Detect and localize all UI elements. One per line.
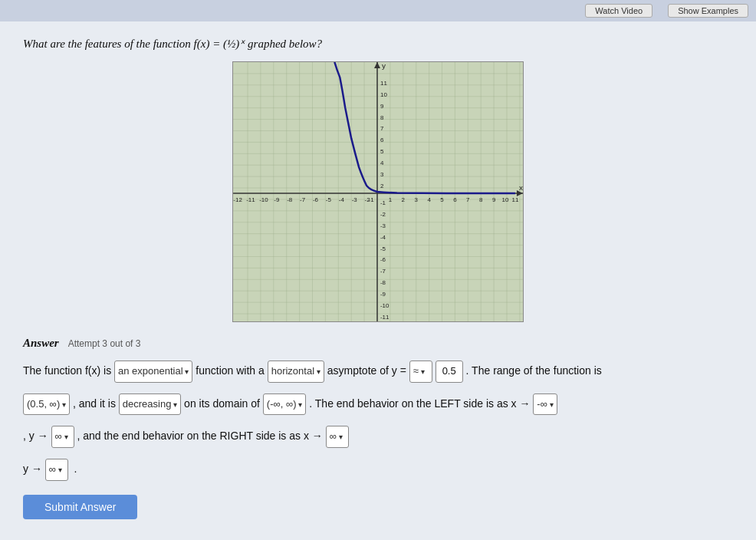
svg-text:3: 3	[380, 171, 384, 178]
svg-text:4: 4	[380, 160, 384, 166]
line1-after: . The range of the function is	[466, 364, 602, 377]
comma1: , y →	[23, 430, 48, 442]
question-text: What are the features of the function f(…	[23, 37, 733, 51]
svg-text:-8: -8	[380, 279, 386, 286]
question-before: What are the features of the function	[23, 38, 191, 50]
svg-text:8: 8	[380, 114, 384, 121]
svg-text:2: 2	[402, 196, 406, 203]
svg-text:6: 6	[453, 196, 457, 203]
main-content: What are the features of the function f(…	[0, 21, 756, 540]
attempt-label: Attempt 3 out of 3	[68, 338, 141, 349]
answer-section: Answer Attempt 3 out of 3 The function f…	[23, 336, 733, 519]
svg-text:5: 5	[440, 196, 444, 203]
top-bar: Watch Video Show Examples	[0, 0, 756, 21]
dropdown-left-x[interactable]: -∞	[533, 393, 557, 416]
show-examples-button[interactable]: Show Examples	[668, 4, 748, 18]
svg-text:1: 1	[389, 196, 393, 203]
svg-text:3: 3	[414, 196, 418, 203]
svg-text:-11: -11	[246, 196, 255, 203]
svg-text:7: 7	[466, 196, 470, 203]
answer-row-3: , y → ∞ , and the end behavior on the RI…	[23, 426, 733, 448]
dropdown-range[interactable]: (0.5, ∞)	[23, 393, 70, 416]
line1-mid: function with a	[196, 364, 265, 377]
svg-text:11: 11	[512, 196, 519, 203]
dropdown-y-approx[interactable]: ≈	[409, 361, 432, 383]
dropdown-right-y[interactable]: ∞	[45, 459, 68, 481]
svg-text:-4: -4	[380, 234, 386, 241]
svg-text:11: 11	[380, 80, 387, 87]
question-after: graphed below?	[248, 38, 322, 50]
svg-text:-1: -1	[369, 196, 375, 203]
answer-row-4: y → ∞ .	[23, 459, 733, 481]
svg-text:4: 4	[427, 196, 431, 203]
svg-text:10: 10	[380, 91, 387, 98]
submit-button[interactable]: Submit Answer	[23, 495, 137, 519]
answer-label: Answer	[23, 337, 59, 349]
svg-text:-9: -9	[380, 291, 386, 298]
svg-text:-5: -5	[326, 196, 332, 203]
svg-text:2: 2	[380, 183, 384, 189]
dropdown-function-type[interactable]: an exponential	[114, 361, 192, 383]
answer-row-2: (0.5, ∞) , and it is decreasing on its d…	[23, 393, 733, 416]
line2-end: . The end behavior on the LEFT side is a…	[309, 397, 530, 410]
svg-text:-3: -3	[380, 222, 386, 229]
svg-text:-10: -10	[380, 302, 390, 309]
line4-start: y →	[23, 463, 42, 475]
svg-text:-6: -6	[313, 196, 319, 203]
svg-text:5: 5	[380, 148, 384, 155]
line2-mid: , and it is	[73, 397, 116, 410]
line1-before: The function f(x) is	[23, 364, 111, 377]
dropdown-domain[interactable]: (-∞, ∞)	[263, 393, 307, 416]
line3: , and the end behavior on the RIGHT side…	[77, 430, 322, 442]
dropdown-behavior[interactable]: decreasing	[119, 393, 181, 416]
svg-text:-8: -8	[287, 196, 293, 203]
svg-text:-4: -4	[339, 196, 345, 203]
svg-text:6: 6	[380, 137, 384, 143]
svg-text:-11: -11	[380, 314, 390, 321]
submit-section: Submit Answer	[23, 481, 733, 519]
answer-row-1: The function f(x) is an exponential func…	[23, 361, 733, 383]
question-func: f(x) = (½)ˣ	[194, 38, 245, 50]
svg-text:-7: -7	[300, 196, 306, 203]
graph-svg: 11 10 9 8 7 6 5 4 3 2 -1 -2 -3 -4 -5 -6	[233, 62, 523, 321]
svg-text:-5: -5	[380, 245, 386, 252]
dropdown-left-y[interactable]: ∞	[51, 426, 74, 448]
svg-text:x: x	[519, 183, 523, 192]
svg-text:-3: -3	[352, 196, 358, 203]
svg-text:8: 8	[479, 196, 483, 203]
line4-period: .	[71, 463, 77, 475]
svg-text:-9: -9	[274, 196, 280, 203]
svg-text:-12: -12	[233, 196, 242, 203]
watch-video-button[interactable]: Watch Video	[585, 4, 652, 18]
svg-text:-1: -1	[380, 199, 386, 206]
svg-text:y: y	[382, 62, 386, 70]
graph-container: 11 10 9 8 7 6 5 4 3 2 -1 -2 -3 -4 -5 -6	[23, 61, 733, 322]
svg-text:-7: -7	[380, 268, 386, 275]
dropdown-right-x[interactable]: ∞	[326, 426, 349, 448]
svg-text:7: 7	[380, 125, 384, 132]
line2-after: on its domain of	[184, 397, 260, 410]
answer-box-value: 0.5	[436, 361, 463, 383]
dropdown-asymptote-type[interactable]: horizontal	[268, 361, 324, 383]
svg-text:9: 9	[380, 103, 384, 110]
svg-text:9: 9	[492, 196, 496, 203]
svg-text:-6: -6	[380, 256, 386, 263]
line1-mid2: asymptote of y =	[327, 364, 406, 377]
svg-text:10: 10	[502, 196, 509, 203]
svg-text:-2: -2	[380, 211, 386, 218]
svg-text:-10: -10	[259, 196, 268, 203]
graph-area: 11 10 9 8 7 6 5 4 3 2 -1 -2 -3 -4 -5 -6	[232, 61, 524, 322]
